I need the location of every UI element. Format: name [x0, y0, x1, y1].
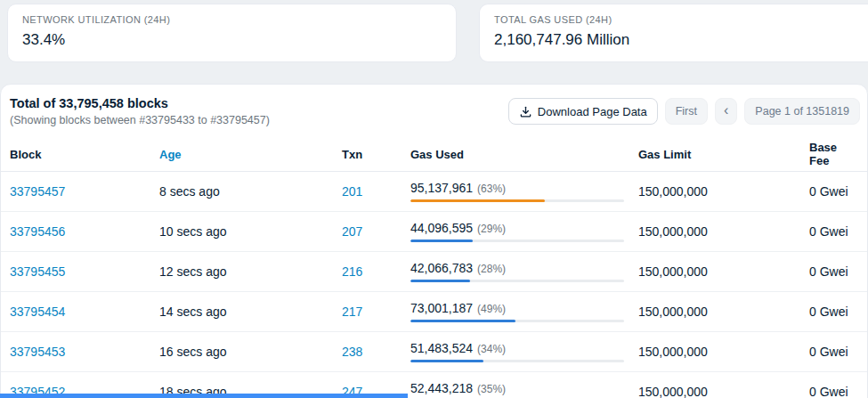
base-fee-value: 0 Gwei: [809, 345, 858, 359]
horizontal-scrollbar-thumb[interactable]: [0, 394, 408, 398]
download-icon: [519, 105, 532, 118]
gas-used-value: 44,096,595: [410, 221, 473, 235]
base-fee-value: 0 Gwei: [809, 224, 858, 239]
blocks-panel-header-left: Total of 33,795,458 blocks (Showing bloc…: [10, 96, 270, 126]
network-utilization-card: NETWORK UTILIZATION (24H) 33.4%: [7, 4, 457, 62]
base-fee-value: 0 Gwei: [809, 184, 858, 199]
gas-used-bar-track: [410, 240, 624, 242]
gas-limit-value: 150,000,000: [638, 305, 809, 319]
table-body: 33795457 8 secs ago 201 95,137,961(63%) …: [1, 172, 867, 398]
chevron-left-icon: ‹: [724, 103, 728, 118]
blocks-panel-header: Total of 33,795,458 blocks (Showing bloc…: [1, 85, 867, 137]
gas-used-bar-fill: [410, 240, 473, 242]
pagination-prev-button[interactable]: ‹: [715, 98, 737, 125]
block-number-link[interactable]: 33795455: [10, 264, 65, 279]
gas-limit-value: 150,000,000: [638, 385, 809, 398]
gas-used-percent: (35%): [477, 383, 506, 395]
gas-used-percent: (28%): [477, 263, 506, 275]
pagination-first-button[interactable]: First: [665, 98, 708, 125]
blocks-panel-controls: Download Page Data First ‹ Page 1 of 135…: [508, 98, 860, 125]
total-gas-used-label: TOTAL GAS USED (24H): [494, 14, 854, 25]
blocks-panel: Total of 33,795,458 blocks (Showing bloc…: [0, 84, 868, 398]
txn-count-link[interactable]: 238: [342, 345, 362, 359]
gas-limit-value: 150,000,000: [638, 345, 809, 359]
gas-used-percent: (49%): [477, 303, 506, 315]
pagination-page-indicator: Page 1 of 1351819: [744, 98, 860, 125]
block-age: 8 secs ago: [159, 184, 342, 199]
gas-used-percent: (34%): [477, 343, 506, 355]
table-header-row: Block Age Txn Gas Used Gas Limit Base Fe…: [1, 137, 867, 172]
table-row: 33795455 12 secs ago 216 42,066,783(28%)…: [1, 252, 867, 292]
column-header-age[interactable]: Age: [159, 148, 342, 161]
txn-count-link[interactable]: 207: [342, 224, 362, 239]
gas-used-cell: 52,443,218(35%): [410, 381, 638, 398]
gas-used-bar-fill: [410, 280, 470, 282]
gas-used-bar-track: [410, 280, 624, 282]
gas-used-value: 73,001,187: [410, 301, 473, 315]
total-gas-used-value: 2,160,747.96 Million: [494, 31, 854, 49]
table-row: 33795457 8 secs ago 201 95,137,961(63%) …: [1, 172, 867, 212]
txn-count-link[interactable]: 201: [342, 184, 362, 199]
gas-used-bar-track: [410, 199, 624, 202]
block-number-link[interactable]: 33795456: [10, 224, 65, 239]
network-utilization-value: 33.4%: [22, 31, 442, 49]
base-fee-value: 0 Gwei: [809, 305, 858, 319]
gas-used-bar-fill: [410, 320, 515, 322]
download-page-data-button[interactable]: Download Page Data: [508, 98, 658, 125]
gas-used-cell: 42,066,783(28%): [410, 261, 638, 283]
block-number-link[interactable]: 33795453: [10, 345, 65, 359]
block-number-link[interactable]: 33795454: [10, 305, 65, 319]
gas-used-value: 51,483,524: [410, 341, 473, 355]
table-row: 33795456 10 secs ago 207 44,096,595(29%)…: [1, 212, 867, 252]
gas-limit-value: 150,000,000: [638, 184, 809, 199]
base-fee-value: 0 Gwei: [809, 385, 858, 398]
gas-used-bar-fill: [410, 199, 545, 202]
column-header-txn: Txn: [342, 148, 410, 161]
gas-used-value: 95,137,961: [410, 181, 473, 195]
gas-used-bar-track: [410, 360, 624, 362]
blocks-range-subtitle: (Showing blocks between #33795433 to #33…: [10, 114, 270, 126]
gas-used-value: 52,443,218: [410, 381, 473, 395]
gas-used-percent: (63%): [477, 183, 506, 195]
gas-limit-value: 150,000,000: [638, 224, 809, 239]
gas-used-bar-track: [410, 320, 624, 322]
txn-count-link[interactable]: 217: [342, 305, 362, 319]
stats-cards-row: NETWORK UTILIZATION (24H) 33.4% TOTAL GA…: [0, 0, 868, 62]
gas-limit-value: 150,000,000: [638, 264, 809, 279]
gas-used-cell: 95,137,961(63%): [410, 181, 638, 203]
blocks-total-title: Total of 33,795,458 blocks: [10, 96, 270, 110]
column-header-base-fee: Base Fee: [809, 141, 858, 167]
base-fee-value: 0 Gwei: [809, 264, 858, 279]
block-age: 10 secs ago: [159, 224, 342, 239]
gas-used-percent: (29%): [477, 223, 506, 235]
table-row: 33795454 14 secs ago 217 73,001,187(49%)…: [1, 292, 867, 332]
network-utilization-label: NETWORK UTILIZATION (24H): [22, 14, 442, 25]
gas-used-bar-fill: [410, 360, 483, 362]
block-age: 12 secs ago: [159, 264, 342, 279]
table-row: 33795453 16 secs ago 238 51,483,524(34%)…: [1, 332, 867, 372]
column-header-gas-used: Gas Used: [410, 148, 638, 161]
gas-used-cell: 73,001,187(49%): [410, 301, 638, 323]
column-header-gas-limit: Gas Limit: [638, 148, 809, 161]
column-header-block: Block: [10, 148, 159, 161]
download-button-label: Download Page Data: [538, 105, 647, 118]
gas-used-cell: 44,096,595(29%): [410, 221, 638, 243]
block-age: 16 secs ago: [159, 345, 342, 359]
total-gas-used-card: TOTAL GAS USED (24H) 2,160,747.96 Millio…: [479, 4, 868, 62]
block-number-link[interactable]: 33795457: [10, 184, 65, 199]
txn-count-link[interactable]: 216: [342, 264, 362, 279]
gas-used-value: 42,066,783: [410, 261, 473, 275]
gas-used-cell: 51,483,524(34%): [410, 341, 638, 363]
block-age: 14 secs ago: [159, 305, 342, 319]
